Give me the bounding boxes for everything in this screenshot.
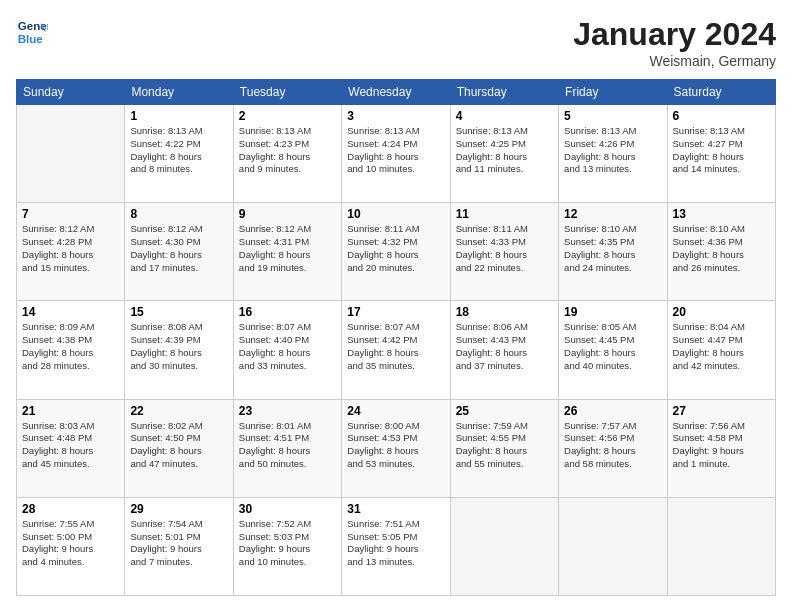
day-info: Sunrise: 7:51 AM Sunset: 5:05 PM Dayligh… — [347, 518, 444, 569]
col-friday: Friday — [559, 80, 667, 105]
day-number: 20 — [673, 305, 770, 319]
day-info: Sunrise: 8:13 AM Sunset: 4:23 PM Dayligh… — [239, 125, 336, 176]
day-number: 5 — [564, 109, 661, 123]
table-row: 8Sunrise: 8:12 AM Sunset: 4:30 PM Daylig… — [125, 203, 233, 301]
day-info: Sunrise: 7:57 AM Sunset: 4:56 PM Dayligh… — [564, 420, 661, 471]
table-row: 25Sunrise: 7:59 AM Sunset: 4:55 PM Dayli… — [450, 399, 558, 497]
col-saturday: Saturday — [667, 80, 775, 105]
day-info: Sunrise: 8:12 AM Sunset: 4:31 PM Dayligh… — [239, 223, 336, 274]
calendar-table: Sunday Monday Tuesday Wednesday Thursday… — [16, 79, 776, 596]
day-info: Sunrise: 8:02 AM Sunset: 4:50 PM Dayligh… — [130, 420, 227, 471]
location: Weismain, Germany — [573, 53, 776, 69]
day-number: 28 — [22, 502, 119, 516]
table-row: 10Sunrise: 8:11 AM Sunset: 4:32 PM Dayli… — [342, 203, 450, 301]
title-block: January 2024 Weismain, Germany — [573, 16, 776, 69]
table-row: 6Sunrise: 8:13 AM Sunset: 4:27 PM Daylig… — [667, 105, 775, 203]
day-info: Sunrise: 8:11 AM Sunset: 4:33 PM Dayligh… — [456, 223, 553, 274]
table-row: 31Sunrise: 7:51 AM Sunset: 5:05 PM Dayli… — [342, 497, 450, 595]
day-info: Sunrise: 8:09 AM Sunset: 4:38 PM Dayligh… — [22, 321, 119, 372]
page: General Blue January 2024 Weismain, Germ… — [0, 0, 792, 612]
day-number: 18 — [456, 305, 553, 319]
day-info: Sunrise: 8:13 AM Sunset: 4:22 PM Dayligh… — [130, 125, 227, 176]
day-info: Sunrise: 8:03 AM Sunset: 4:48 PM Dayligh… — [22, 420, 119, 471]
table-row — [17, 105, 125, 203]
day-number: 24 — [347, 404, 444, 418]
col-thursday: Thursday — [450, 80, 558, 105]
table-row: 29Sunrise: 7:54 AM Sunset: 5:01 PM Dayli… — [125, 497, 233, 595]
table-row: 3Sunrise: 8:13 AM Sunset: 4:24 PM Daylig… — [342, 105, 450, 203]
day-number: 7 — [22, 207, 119, 221]
table-row: 20Sunrise: 8:04 AM Sunset: 4:47 PM Dayli… — [667, 301, 775, 399]
table-row: 11Sunrise: 8:11 AM Sunset: 4:33 PM Dayli… — [450, 203, 558, 301]
day-number: 12 — [564, 207, 661, 221]
day-number: 1 — [130, 109, 227, 123]
day-number: 15 — [130, 305, 227, 319]
day-info: Sunrise: 8:08 AM Sunset: 4:39 PM Dayligh… — [130, 321, 227, 372]
day-number: 8 — [130, 207, 227, 221]
col-sunday: Sunday — [17, 80, 125, 105]
day-number: 23 — [239, 404, 336, 418]
table-row: 26Sunrise: 7:57 AM Sunset: 4:56 PM Dayli… — [559, 399, 667, 497]
table-row — [667, 497, 775, 595]
calendar-header-row: Sunday Monday Tuesday Wednesday Thursday… — [17, 80, 776, 105]
day-number: 22 — [130, 404, 227, 418]
table-row: 4Sunrise: 8:13 AM Sunset: 4:25 PM Daylig… — [450, 105, 558, 203]
day-number: 16 — [239, 305, 336, 319]
logo-icon: General Blue — [16, 16, 48, 48]
table-row: 2Sunrise: 8:13 AM Sunset: 4:23 PM Daylig… — [233, 105, 341, 203]
day-number: 30 — [239, 502, 336, 516]
day-number: 25 — [456, 404, 553, 418]
day-info: Sunrise: 7:54 AM Sunset: 5:01 PM Dayligh… — [130, 518, 227, 569]
day-info: Sunrise: 8:12 AM Sunset: 4:30 PM Dayligh… — [130, 223, 227, 274]
day-number: 17 — [347, 305, 444, 319]
day-info: Sunrise: 7:52 AM Sunset: 5:03 PM Dayligh… — [239, 518, 336, 569]
table-row — [559, 497, 667, 595]
logo: General Blue — [16, 16, 48, 48]
day-info: Sunrise: 8:00 AM Sunset: 4:53 PM Dayligh… — [347, 420, 444, 471]
day-number: 4 — [456, 109, 553, 123]
day-number: 10 — [347, 207, 444, 221]
day-number: 19 — [564, 305, 661, 319]
table-row: 9Sunrise: 8:12 AM Sunset: 4:31 PM Daylig… — [233, 203, 341, 301]
day-info: Sunrise: 8:13 AM Sunset: 4:27 PM Dayligh… — [673, 125, 770, 176]
svg-text:General: General — [18, 20, 48, 32]
day-info: Sunrise: 7:55 AM Sunset: 5:00 PM Dayligh… — [22, 518, 119, 569]
table-row: 18Sunrise: 8:06 AM Sunset: 4:43 PM Dayli… — [450, 301, 558, 399]
day-info: Sunrise: 8:01 AM Sunset: 4:51 PM Dayligh… — [239, 420, 336, 471]
day-info: Sunrise: 7:56 AM Sunset: 4:58 PM Dayligh… — [673, 420, 770, 471]
table-row: 19Sunrise: 8:05 AM Sunset: 4:45 PM Dayli… — [559, 301, 667, 399]
day-info: Sunrise: 8:11 AM Sunset: 4:32 PM Dayligh… — [347, 223, 444, 274]
day-number: 3 — [347, 109, 444, 123]
day-info: Sunrise: 8:07 AM Sunset: 4:42 PM Dayligh… — [347, 321, 444, 372]
table-row: 5Sunrise: 8:13 AM Sunset: 4:26 PM Daylig… — [559, 105, 667, 203]
header: General Blue January 2024 Weismain, Germ… — [16, 16, 776, 69]
day-number: 6 — [673, 109, 770, 123]
day-info: Sunrise: 8:04 AM Sunset: 4:47 PM Dayligh… — [673, 321, 770, 372]
col-monday: Monday — [125, 80, 233, 105]
day-number: 31 — [347, 502, 444, 516]
table-row: 13Sunrise: 8:10 AM Sunset: 4:36 PM Dayli… — [667, 203, 775, 301]
month-title: January 2024 — [573, 16, 776, 53]
svg-text:Blue: Blue — [18, 33, 44, 45]
day-info: Sunrise: 8:07 AM Sunset: 4:40 PM Dayligh… — [239, 321, 336, 372]
table-row: 15Sunrise: 8:08 AM Sunset: 4:39 PM Dayli… — [125, 301, 233, 399]
table-row: 17Sunrise: 8:07 AM Sunset: 4:42 PM Dayli… — [342, 301, 450, 399]
col-wednesday: Wednesday — [342, 80, 450, 105]
day-info: Sunrise: 8:13 AM Sunset: 4:24 PM Dayligh… — [347, 125, 444, 176]
table-row: 23Sunrise: 8:01 AM Sunset: 4:51 PM Dayli… — [233, 399, 341, 497]
day-number: 21 — [22, 404, 119, 418]
table-row: 27Sunrise: 7:56 AM Sunset: 4:58 PM Dayli… — [667, 399, 775, 497]
day-info: Sunrise: 7:59 AM Sunset: 4:55 PM Dayligh… — [456, 420, 553, 471]
day-info: Sunrise: 8:10 AM Sunset: 4:35 PM Dayligh… — [564, 223, 661, 274]
table-row: 30Sunrise: 7:52 AM Sunset: 5:03 PM Dayli… — [233, 497, 341, 595]
day-info: Sunrise: 8:10 AM Sunset: 4:36 PM Dayligh… — [673, 223, 770, 274]
day-info: Sunrise: 8:06 AM Sunset: 4:43 PM Dayligh… — [456, 321, 553, 372]
col-tuesday: Tuesday — [233, 80, 341, 105]
table-row: 28Sunrise: 7:55 AM Sunset: 5:00 PM Dayli… — [17, 497, 125, 595]
day-info: Sunrise: 8:05 AM Sunset: 4:45 PM Dayligh… — [564, 321, 661, 372]
day-info: Sunrise: 8:13 AM Sunset: 4:25 PM Dayligh… — [456, 125, 553, 176]
table-row — [450, 497, 558, 595]
table-row: 12Sunrise: 8:10 AM Sunset: 4:35 PM Dayli… — [559, 203, 667, 301]
day-number: 14 — [22, 305, 119, 319]
table-row: 21Sunrise: 8:03 AM Sunset: 4:48 PM Dayli… — [17, 399, 125, 497]
